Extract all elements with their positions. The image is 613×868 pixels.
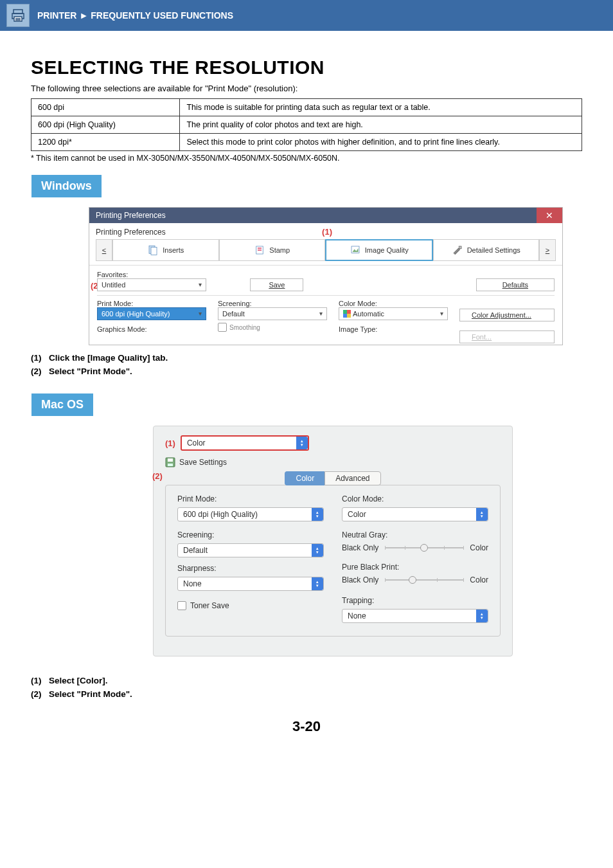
doc-header: PRINTER ► FREQUENTLY USED FUNCTIONS xyxy=(0,0,613,31)
defaults-button[interactable]: Defaults xyxy=(476,278,555,291)
tabs-prev-button[interactable]: < xyxy=(96,239,112,261)
table-row: 1200 dpi* Select this mode to print colo… xyxy=(31,134,582,151)
save-button[interactable]: Save xyxy=(250,278,303,291)
tab-inserts[interactable]: Inserts xyxy=(112,239,219,261)
image-type-label: Image Type: xyxy=(339,325,448,333)
windows-dialog: Printing Preferences ✕ Printing Preferen… xyxy=(89,207,563,345)
dialog-subtitle-text: Printing Preferences xyxy=(96,228,166,237)
mac-dialog: (1) Color Save Settings (2) Color Advanc… xyxy=(153,426,513,656)
stepper-icon xyxy=(312,508,323,521)
svg-rect-9 xyxy=(258,249,262,251)
pure-black-label: Pure Black Print: xyxy=(342,563,488,572)
stepper-icon xyxy=(476,610,488,622)
tabs-row: < Inserts Stamp Image Quality Detailed S… xyxy=(89,237,562,266)
res-desc: Select this mode to print color photos w… xyxy=(180,134,582,151)
screening-select[interactable]: Default xyxy=(177,543,324,557)
tab-detailed-settings[interactable]: Detailed Settings xyxy=(433,239,540,261)
svg-rect-6 xyxy=(151,248,157,255)
slider-left-label: Black Only xyxy=(342,575,378,584)
slider-knob-icon[interactable] xyxy=(420,544,428,552)
toner-save-label: Toner Save xyxy=(190,601,229,610)
step-item: (1)Select [Color]. xyxy=(31,676,582,685)
color-mode-select[interactable]: Automatic xyxy=(339,307,448,320)
step-item: (2)Select "Print Mode". xyxy=(31,689,582,699)
res-name: 1200 dpi* xyxy=(31,134,180,151)
favorites-label: Favorites: xyxy=(97,271,555,278)
windows-steps: (1)Click the [Image Quality] tab. (2)Sel… xyxy=(31,353,582,376)
print-mode-label: Print Mode: xyxy=(97,300,206,307)
res-desc: This mode is suitable for printing data … xyxy=(180,99,582,116)
inserts-icon xyxy=(147,244,159,256)
screening-value: Default xyxy=(183,546,208,555)
screening-label: Screening: xyxy=(218,300,327,307)
table-row: 600 dpi This mode is suitable for printi… xyxy=(31,99,582,116)
color-mode-label: Color Mode: xyxy=(342,494,488,503)
trapping-select[interactable]: None xyxy=(342,609,488,623)
slider-left-label: Black Only xyxy=(342,543,378,552)
color-mode-value: Color xyxy=(348,510,366,519)
tab-stamp[interactable]: Stamp xyxy=(219,239,326,261)
save-settings-row: Save Settings xyxy=(165,457,501,467)
page-title: SELECTING THE RESOLUTION xyxy=(31,57,582,78)
svg-rect-16 xyxy=(347,314,351,318)
res-name: 600 dpi (High Quality) xyxy=(31,116,180,134)
step-text: Select "Print Mode". xyxy=(49,366,132,376)
section-select[interactable]: Color xyxy=(181,435,309,451)
color-mode-value: Automatic xyxy=(353,310,384,318)
tabs-next-button[interactable]: > xyxy=(539,239,556,261)
dialog-title: Printing Preferences xyxy=(96,211,166,220)
color-mode-select[interactable]: Color xyxy=(342,507,488,521)
dialog-subtitle: Printing Preferences (1) xyxy=(89,223,562,237)
print-mode-select[interactable]: 600 dpi (High Quality) xyxy=(177,507,324,521)
graphics-mode-label: Graphics Mode: xyxy=(97,325,206,333)
step-item: (1)Click the [Image Quality] tab. xyxy=(31,353,582,363)
footnote: * This item cannot be used in MX-3050N/M… xyxy=(31,154,582,163)
detailed-icon xyxy=(452,244,463,256)
screening-label: Screening: xyxy=(177,530,324,539)
color-adjustment-button[interactable]: Color Adjustment... xyxy=(459,309,555,321)
stamp-icon xyxy=(254,244,265,256)
pure-black-slider[interactable]: Black Only Color xyxy=(342,575,488,584)
smoothing-checkbox[interactable] xyxy=(218,323,227,332)
smoothing-label: Smoothing xyxy=(229,324,260,331)
svg-rect-18 xyxy=(168,458,173,462)
svg-rect-15 xyxy=(343,314,347,318)
print-mode-label: Print Mode: xyxy=(177,494,324,503)
color-mode-label: Color Mode: xyxy=(339,300,448,307)
tab-label: Stamp xyxy=(269,246,290,254)
intro-text: The following three selections are avail… xyxy=(31,84,582,93)
stepper-icon xyxy=(296,437,308,449)
tab-image-quality[interactable]: Image Quality xyxy=(325,239,433,261)
image-quality-icon xyxy=(350,244,361,256)
svg-rect-13 xyxy=(343,310,347,314)
tab-advanced[interactable]: Advanced xyxy=(324,471,380,485)
tab-color[interactable]: Color xyxy=(285,471,324,485)
slider-knob-icon[interactable] xyxy=(409,576,416,584)
screening-select[interactable]: Default xyxy=(218,307,327,320)
favorites-select[interactable]: Untitled xyxy=(97,278,206,291)
close-icon[interactable]: ✕ xyxy=(537,208,562,223)
svg-rect-12 xyxy=(459,246,461,249)
slider-right-label: Color xyxy=(470,543,488,552)
sharpness-label: Sharpness: xyxy=(177,564,324,573)
page-number: 3-20 xyxy=(31,718,582,735)
print-mode-select[interactable]: 600 dpi (High Quality) xyxy=(97,307,206,320)
toner-save-checkbox[interactable] xyxy=(177,601,186,610)
breadcrumb-a: PRINTER xyxy=(37,10,76,21)
res-desc: The print quality of color photos and te… xyxy=(180,116,582,134)
tab-label: Image Quality xyxy=(365,246,409,254)
printer-icon xyxy=(6,4,30,27)
font-button[interactable]: Font... xyxy=(459,330,555,343)
neutral-gray-slider[interactable]: Black Only Color xyxy=(342,543,488,552)
step-text: Click the [Image Quality] tab. xyxy=(49,353,168,363)
callout-1: (1) xyxy=(322,227,332,237)
neutral-gray-label: Neutral Gray: xyxy=(342,530,488,539)
sharpness-value: None xyxy=(183,579,202,588)
res-name: 600 dpi xyxy=(31,99,180,116)
color-swatch-icon xyxy=(343,310,351,318)
save-disk-icon xyxy=(165,457,175,467)
callout-1: (1) xyxy=(165,439,175,448)
tab-label: Inserts xyxy=(163,246,184,254)
mac-tabs: Color Advanced xyxy=(165,471,501,485)
sharpness-select[interactable]: None xyxy=(177,577,324,591)
